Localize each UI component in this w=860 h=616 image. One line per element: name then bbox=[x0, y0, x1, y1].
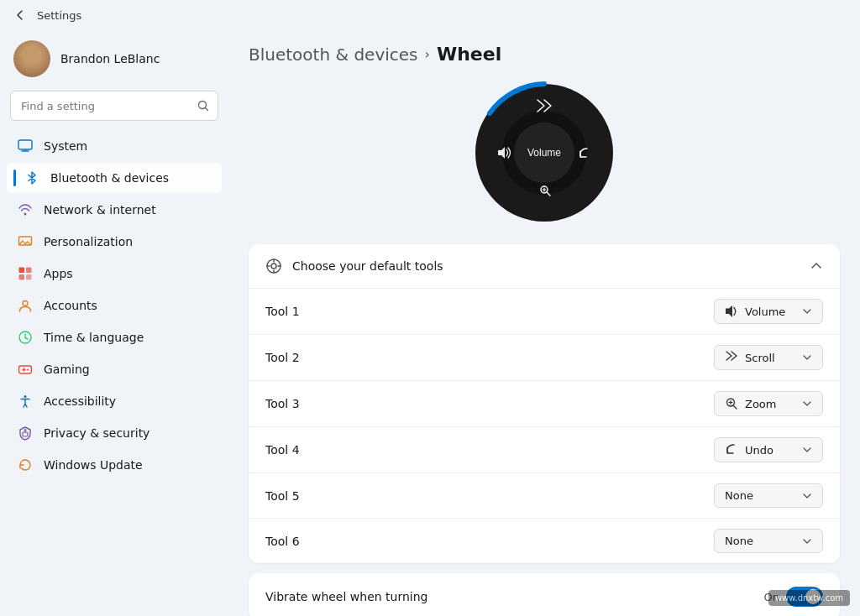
accessibility-icon bbox=[17, 393, 34, 410]
svg-text:Volume: Volume bbox=[527, 147, 561, 159]
sidebar-item-label-privacy: Privacy & security bbox=[44, 426, 149, 440]
vibrate-label: Vibrate wheel when turning bbox=[265, 590, 427, 603]
user-name: Brandon LeBlanc bbox=[60, 52, 160, 65]
tool-1-select-inner: Volume bbox=[725, 305, 785, 318]
user-profile[interactable]: Brandon LeBlanc bbox=[7, 30, 222, 91]
chevron-down-icon-3 bbox=[802, 399, 812, 409]
search-input[interactable] bbox=[21, 100, 192, 112]
tool-2-select-inner: Scroll bbox=[725, 351, 775, 364]
title-bar: Settings bbox=[0, 0, 860, 30]
sidebar-item-label-update: Windows Update bbox=[44, 458, 143, 472]
sidebar-item-privacy[interactable]: Privacy & security bbox=[7, 418, 222, 448]
sidebar-item-personalization[interactable]: Personalization bbox=[7, 227, 222, 257]
window-title: Settings bbox=[37, 9, 81, 22]
svg-point-12 bbox=[24, 395, 27, 398]
tool-4-select-inner: Undo bbox=[725, 443, 773, 457]
tool-3-select-inner: Zoom bbox=[725, 397, 776, 410]
svg-rect-13 bbox=[23, 432, 28, 436]
tool-1-label: Tool 1 bbox=[265, 305, 300, 318]
tool-row-1: Tool 1 Volume bbox=[249, 288, 840, 334]
svg-rect-1 bbox=[18, 140, 32, 149]
tool-3-select[interactable]: Zoom bbox=[714, 391, 823, 416]
tool-row-2: Tool 2 Scroll bbox=[249, 334, 840, 380]
tool-row-6: Tool 6 None bbox=[249, 518, 840, 563]
sidebar-item-label-accounts: Accounts bbox=[44, 299, 97, 312]
tool-1-value: Volume bbox=[745, 305, 785, 318]
tools-card-icon bbox=[265, 258, 282, 274]
sidebar-item-apps[interactable]: Apps bbox=[7, 258, 222, 289]
tool-1-select[interactable]: Volume bbox=[714, 299, 823, 324]
svg-rect-5 bbox=[26, 268, 32, 274]
tool-row-4: Tool 4 Undo bbox=[249, 426, 840, 472]
chevron-down-icon-4 bbox=[802, 445, 812, 455]
apps-icon bbox=[17, 265, 34, 282]
watermark: www.dnxtw.com bbox=[768, 590, 850, 606]
sidebar-item-time[interactable]: Time & language bbox=[7, 322, 222, 352]
tool-row-5: Tool 5 None bbox=[249, 472, 840, 518]
sidebar-item-label-network: Network & internet bbox=[44, 203, 156, 217]
sidebar-item-network[interactable]: Network & internet bbox=[7, 195, 222, 225]
sidebar-item-accessibility[interactable]: Accessibility bbox=[7, 386, 222, 416]
personalization-icon bbox=[17, 233, 34, 250]
sidebar-item-gaming[interactable]: Gaming bbox=[7, 354, 222, 384]
svg-rect-6 bbox=[19, 274, 25, 280]
tool-2-label: Tool 2 bbox=[265, 351, 300, 364]
svg-rect-4 bbox=[19, 268, 25, 274]
undo-select-icon bbox=[725, 443, 738, 457]
card-header[interactable]: Choose your default tools bbox=[249, 244, 840, 288]
chevron-down-icon bbox=[802, 306, 812, 316]
update-icon bbox=[17, 457, 34, 473]
sidebar-item-label-accessibility: Accessibility bbox=[44, 394, 116, 408]
bluetooth-icon bbox=[24, 170, 40, 186]
tool-6-select[interactable]: None bbox=[714, 529, 823, 553]
tool-5-select-inner: None bbox=[725, 489, 753, 502]
tool-3-value: Zoom bbox=[745, 398, 776, 410]
sidebar-item-system[interactable]: System bbox=[7, 131, 222, 161]
chevron-down-icon-2 bbox=[802, 352, 812, 363]
svg-marker-23 bbox=[726, 305, 732, 317]
breadcrumb-parent[interactable]: Bluetooth & devices bbox=[249, 44, 418, 65]
content-area: Bluetooth & devices › Wheel bbox=[228, 30, 860, 616]
tools-card-title: Choose your default tools bbox=[292, 259, 443, 273]
accounts-icon bbox=[17, 297, 34, 314]
collapse-icon[interactable] bbox=[810, 259, 823, 273]
main-layout: Brandon LeBlanc System bbox=[0, 30, 860, 616]
search-box[interactable] bbox=[10, 91, 218, 121]
sidebar-item-label-system: System bbox=[44, 139, 87, 153]
search-icon bbox=[197, 100, 209, 112]
sidebar-item-label-time: Time & language bbox=[44, 331, 144, 344]
card-header-left: Choose your default tools bbox=[265, 258, 443, 274]
gaming-icon bbox=[17, 361, 34, 378]
breadcrumb-separator: › bbox=[425, 46, 430, 62]
avatar bbox=[13, 40, 50, 77]
tool-3-label: Tool 3 bbox=[265, 397, 300, 410]
sidebar-item-label-gaming: Gaming bbox=[44, 363, 90, 376]
tool-6-select-inner: None bbox=[725, 535, 753, 547]
sidebar-item-label-personalization: Personalization bbox=[44, 235, 133, 248]
sidebar-item-label-bluetooth: Bluetooth & devices bbox=[50, 171, 169, 185]
sidebar-item-update[interactable]: Windows Update bbox=[7, 450, 222, 480]
system-icon bbox=[17, 138, 34, 154]
sidebar: Brandon LeBlanc System bbox=[0, 30, 228, 616]
time-icon bbox=[17, 329, 34, 346]
tool-2-select[interactable]: Scroll bbox=[714, 345, 823, 370]
svg-rect-7 bbox=[26, 274, 32, 280]
tool-4-label: Tool 4 bbox=[265, 443, 300, 457]
tool-5-select[interactable]: None bbox=[714, 483, 823, 508]
sidebar-item-bluetooth[interactable]: Bluetooth & devices bbox=[7, 163, 222, 193]
tool-6-value: None bbox=[725, 535, 753, 547]
back-button[interactable] bbox=[10, 5, 30, 25]
zoom-select-icon bbox=[725, 397, 738, 410]
tool-4-select[interactable]: Undo bbox=[714, 437, 823, 462]
network-icon bbox=[17, 201, 34, 218]
tool-row-3: Tool 3 Zoom bbox=[249, 380, 840, 426]
svg-point-8 bbox=[23, 301, 28, 306]
sidebar-item-label-apps: Apps bbox=[44, 267, 73, 280]
sidebar-item-accounts[interactable]: Accounts bbox=[7, 290, 222, 321]
wheel-container: Volume bbox=[249, 81, 840, 224]
breadcrumb-current: Wheel bbox=[437, 44, 501, 65]
privacy-icon bbox=[17, 425, 34, 441]
wheel-visual: Volume bbox=[473, 81, 616, 224]
tool-4-value: Undo bbox=[745, 444, 773, 457]
tool-5-value: None bbox=[725, 489, 753, 502]
